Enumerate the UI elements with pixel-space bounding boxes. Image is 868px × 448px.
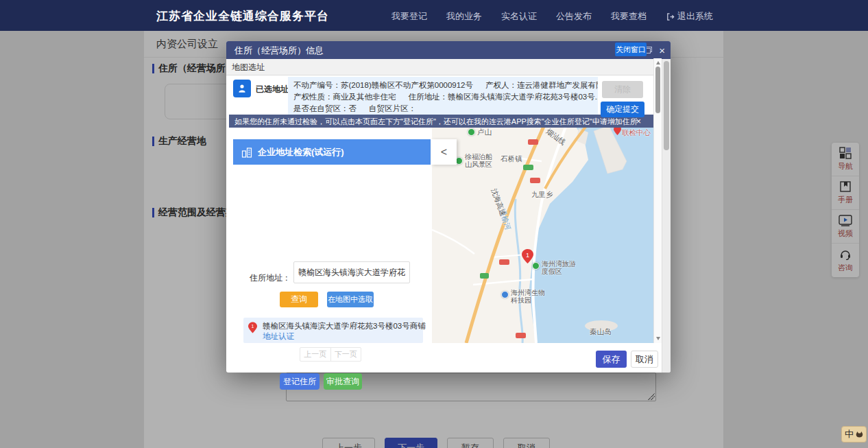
poi-icon-resort xyxy=(532,262,540,270)
pagination: 上一页 下一页 xyxy=(300,347,361,362)
pin-icon-lianjian xyxy=(614,127,621,135)
next-page-button[interactable]: 下一页 xyxy=(330,348,361,361)
selected-address-icon xyxy=(233,80,251,97)
person-pin-icon xyxy=(237,83,248,94)
panel-header: 企业地址检索(试运行) xyxy=(233,139,431,165)
content-scrollbar[interactable] xyxy=(653,58,662,343)
poi-icon-lushan xyxy=(468,128,475,136)
svg-text:1: 1 xyxy=(526,252,529,259)
scrollbar-thumb[interactable] xyxy=(664,61,669,150)
map-label-jiuli: 九里乡 xyxy=(531,190,553,200)
query-button[interactable]: 查询 xyxy=(280,292,318,307)
notice-close-icon[interactable]: × xyxy=(636,116,641,126)
modal-title: 住所（经营场所）信息 xyxy=(234,45,324,57)
pick-on-map-button[interactable]: 在地图中选取 xyxy=(327,292,374,307)
app-title: 江苏省企业全链通综合服务平台 xyxy=(156,8,329,24)
ime-indicator[interactable]: 中 xyxy=(841,426,867,443)
confirm-submit-button[interactable]: 确定提交 xyxy=(601,102,644,117)
ime-icon xyxy=(856,431,863,438)
prev-page-button[interactable]: 上一页 xyxy=(300,348,330,361)
top-navbar: 江苏省企业全链通综合服务平台 我要登记 我的业务 实名认证 公告发布 我要查档 … xyxy=(0,0,868,31)
save-button[interactable]: 保存 xyxy=(596,351,627,368)
notice-bar: 如果您的住所未通过检验，可以点击本页面左下方"登记住所"，还可以在我的连云港AP… xyxy=(229,115,653,128)
tab-map-select: 地图选址 xyxy=(232,62,265,73)
map-canvas[interactable]: 卢山 徐福泊船山风景区 石桥镇 九里乡 通榆河 沈海高速 烟汕线 联检中心 1 … xyxy=(432,127,653,343)
map-label-resort: 海州湾旅游度假区 xyxy=(542,260,579,275)
ime-mode-label: 中 xyxy=(845,428,854,440)
info-line-2: 产权性质：商业及其他非住宅住所地址：赣榆区海头镇海滨大道学府花苑3号楼03号..… xyxy=(293,91,592,103)
map-label-biotech: 海州湾生物科技园 xyxy=(511,289,548,304)
address-search-panel: 企业地址检索(试运行) 住所地址： 查询 在地图中选取 1 赣榆区海头镇海滨大道… xyxy=(226,127,432,343)
selected-address-info: 不动产编号：苏(2018)赣榆区不动产权第0000912号产权人：连云港健群地产… xyxy=(288,77,598,115)
estate-no: 不动产编号：苏(2018)赣榆区不动产权第0000912号 xyxy=(293,81,473,89)
map-label-xufu: 徐福泊船山风景区 xyxy=(465,153,495,168)
address-verify-link[interactable]: 地址认证 xyxy=(263,331,294,342)
address-input[interactable] xyxy=(293,261,410,283)
info-line-3: 是否在自贸区：否自贸区片区： xyxy=(293,103,592,115)
nav-item-my-business[interactable]: 我的业务 xyxy=(446,10,482,23)
close-icon[interactable]: × xyxy=(659,45,665,56)
in-ftz: 是否在自贸区：否 xyxy=(293,104,357,113)
residence-info-modal: 住所（经营场所）信息 – × 地图选址 关闭窗口 已选地址 不动产编号：苏(20… xyxy=(226,41,671,373)
map-label-lianjian: 联检中心 xyxy=(622,128,651,138)
svg-text:1: 1 xyxy=(252,324,254,329)
selected-address-label: 已选地址 xyxy=(256,84,289,95)
nav-menu: 我要登记 我的业务 实名认证 公告发布 我要查档 退出系统 xyxy=(391,10,713,23)
clear-button[interactable]: 清除 xyxy=(602,81,643,98)
panel-title: 企业地址检索(试运行) xyxy=(258,146,344,158)
approval-query-button[interactable]: 审批查询 xyxy=(324,373,362,390)
residence-address: 住所地址：赣榆区海头镇海滨大道学府花苑3号楼03号... xyxy=(409,93,599,101)
modal-titlebar[interactable]: 住所（经营场所）信息 – × xyxy=(226,41,671,59)
nav-item-announcement[interactable]: 公告发布 xyxy=(556,10,592,23)
map-marker-1[interactable]: 1 xyxy=(522,249,533,263)
modal-cancel-button[interactable]: 取消 xyxy=(631,351,658,368)
result-pin-icon: 1 xyxy=(248,322,257,333)
modal-toolbar: 地图选址 xyxy=(226,59,662,75)
logout-icon xyxy=(666,12,675,21)
notice-text: 如果您的住所未通过检验，可以点击本页面左下方"登记住所"，还可以在我的连云港AP… xyxy=(234,117,638,127)
poi-icon-biotech xyxy=(501,291,509,298)
close-window-button[interactable]: 关闭窗口 xyxy=(615,43,647,56)
screen: 内资公司设立 住所（经营场所） 生产经营地 经营范围及经营期 上一步 下一步 暂… xyxy=(0,0,868,448)
nav-item-logout[interactable]: 退出系统 xyxy=(666,10,713,23)
modal-scrollbar[interactable] xyxy=(662,59,671,373)
property-type: 产权性质：商业及其他非住宅 xyxy=(293,93,396,101)
collapse-panel-button[interactable]: < xyxy=(431,139,457,165)
scroll-down-icon[interactable] xyxy=(656,337,660,340)
map-label-lushan: 卢山 xyxy=(477,128,492,137)
search-result-item[interactable]: 1 赣榆区海头镇海滨大道学府花苑3号楼03号商铺 地址认证 xyxy=(243,318,423,343)
buildings-icon xyxy=(241,147,252,158)
map-label-shiqiao: 石桥镇 xyxy=(501,154,522,164)
info-line-1: 不动产编号：苏(2018)赣榆区不动产权第0000912号产权人：连云港健群地产… xyxy=(293,80,592,91)
nav-item-archives[interactable]: 我要查档 xyxy=(611,10,647,23)
nav-item-register[interactable]: 我要登记 xyxy=(391,10,427,23)
scrollbar-thumb[interactable] xyxy=(655,67,660,113)
result-address: 赣榆区海头镇海滨大道学府花苑3号楼03号商铺 xyxy=(263,321,426,331)
owner: 产权人：连云港健群地产发展有限公司 xyxy=(485,81,598,89)
register-residence-button[interactable]: 登记住所 xyxy=(280,373,320,390)
ftz-area: 自贸区片区： xyxy=(369,104,416,113)
scroll-up-icon[interactable] xyxy=(656,61,660,64)
nav-item-identity[interactable]: 实名认证 xyxy=(501,10,537,23)
map-label-qinshan: 秦山岛 xyxy=(590,327,612,337)
address-label: 住所地址： xyxy=(250,267,291,289)
